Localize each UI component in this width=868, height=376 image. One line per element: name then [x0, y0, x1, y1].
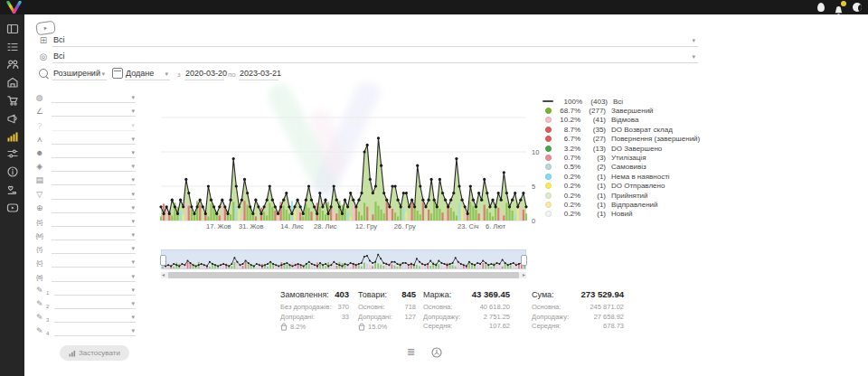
sidebar-item-promo[interactable] — [0, 109, 24, 127]
scrollbar-thumb[interactable] — [168, 272, 519, 278]
customers-icon — [6, 58, 19, 70]
filter-select-person[interactable]: ▾ — [52, 146, 136, 158]
legend-item[interactable]: 0.7%(3)Утилізація — [542, 153, 700, 162]
legend-item[interactable]: 10.2%(41)Відмова — [542, 116, 700, 125]
notifications-bell-icon[interactable] — [834, 3, 844, 13]
stat-sub-value: 127 — [404, 313, 416, 323]
filter-select-var-m[interactable]: ▾ — [52, 229, 136, 240]
filter-row-products[interactable]: Всі ▾ — [52, 49, 698, 63]
sidebar-item-loyalty[interactable] — [0, 181, 24, 199]
legend-item[interactable]: 68.7%(277)Завершений — [542, 106, 700, 115]
info-icon — [6, 165, 19, 178]
x-tick-label: 12. Гру — [355, 222, 377, 230]
stat-sub-label: Середня: — [423, 322, 452, 332]
legend-item[interactable]: 100%(403)Всі — [542, 97, 700, 106]
pencil-3-icon: ✎ — [33, 313, 46, 323]
package-view-toggle-icon[interactable] — [431, 347, 442, 358]
filter-select-package[interactable]: ▾ — [52, 160, 136, 172]
sidebar-item-analytics[interactable] — [0, 127, 24, 146]
stat-value: 273 529.94 — [580, 289, 624, 299]
sidebar-item-customers[interactable] — [0, 56, 24, 74]
stat-sub-label: Без допродажів: — [280, 303, 332, 313]
scroll-left-icon[interactable]: ◂ — [162, 271, 165, 277]
brand-logo-icon[interactable] — [6, 1, 22, 14]
legend-item[interactable]: 0.2%(1)Відправлений — [542, 200, 700, 209]
cart-icon — [6, 94, 19, 107]
sidebar-item-store[interactable] — [0, 73, 24, 91]
legend-item[interactable]: 8.7%(35)DO Возврат склад — [542, 125, 700, 134]
legend-item[interactable]: 3.2%(13)DO Завершено — [542, 144, 700, 153]
variable-v-icon: {в} — [33, 272, 46, 282]
navigator-handle-right[interactable] — [521, 255, 527, 266]
megaphone-icon — [6, 112, 19, 125]
chevron-down-icon: ▾ — [131, 176, 135, 183]
filter-select-money[interactable]: ▾ — [52, 174, 136, 185]
chevron-down-icon: ▾ — [131, 149, 135, 156]
filter-select-var-s[interactable]: ▾ — [52, 215, 136, 227]
sidebar-item-cart[interactable] — [0, 91, 24, 109]
chevron-down-icon: ▾ — [131, 108, 135, 115]
legend-count: (1) — [580, 210, 606, 218]
filter-select-hierarchy[interactable]: ▾ — [52, 133, 136, 145]
products-filter-value[interactable]: Всі — [53, 52, 65, 61]
chart-scrollbar[interactable]: ◂ ▸ — [161, 272, 526, 278]
sidebar-item-settings[interactable] — [0, 146, 24, 164]
legend-item[interactable]: 0.5%(2)Самовивіз — [542, 163, 700, 172]
filter-row-var-t: {т}▾ — [24, 240, 142, 254]
legend-percent: 68.7% — [556, 107, 580, 115]
filter-select-custom-3[interactable]: ▾ — [54, 311, 136, 323]
legend-item[interactable]: 0.2%(1)Новий — [542, 210, 700, 219]
legend-item[interactable]: 0.2%(1)DO Отправлено — [542, 182, 700, 191]
legend-percent: 10.2% — [556, 116, 580, 124]
filter-select-trend[interactable]: ▾ — [52, 105, 136, 117]
chevron-down-icon: ▾ — [131, 287, 135, 294]
filter-select-custom-4[interactable]: ▾ — [54, 324, 136, 336]
avatar[interactable] — [817, 3, 825, 12]
filter-select-globe-grid[interactable]: ▾ — [52, 202, 136, 213]
sidebar-item-info[interactable] — [0, 163, 24, 181]
filter-select-var-v[interactable]: ▾ — [52, 270, 136, 282]
money-icon: ▤ — [33, 175, 46, 185]
globe-grid-icon: ⊕ — [33, 203, 46, 213]
stat-sub-value: 245 871.02 — [590, 303, 624, 313]
navigator-handle-left[interactable] — [160, 255, 166, 266]
notification-badge — [841, 1, 846, 6]
stat-sub-label: Основна: — [532, 303, 561, 313]
filter-select-help[interactable]: ▾ — [52, 119, 136, 131]
search-mode-value: Розширений — [53, 69, 100, 78]
filter-select-var-c[interactable]: ▾ — [52, 256, 136, 268]
pencil-1-icon: ✎ — [33, 286, 46, 296]
legend-item[interactable]: 6.7%(27)Повернення (завершений) — [542, 135, 700, 144]
date-to-input[interactable]: 2023-03-21 — [239, 67, 278, 80]
chevron-down-icon: ▾ — [131, 191, 135, 198]
legend-item[interactable]: 0.2%(1)Нема в наявності — [542, 172, 700, 181]
filter-row-status[interactable]: Всі ▾ — [52, 33, 698, 47]
chevron-down-icon: ▾ — [692, 37, 695, 44]
apply-button[interactable]: Застосувати — [60, 345, 129, 361]
filter-select-custom-1[interactable]: ▾ — [54, 284, 136, 296]
status-filter-value[interactable]: Всі — [53, 35, 65, 44]
theme-toggle-icon[interactable] — [853, 3, 862, 12]
filter-select-globe[interactable]: ▾ — [52, 91, 136, 103]
chevron-down-icon: ▾ — [101, 70, 105, 78]
chevron-down-icon: ▾ — [131, 122, 135, 129]
filter-select-var-t[interactable]: ▾ — [52, 242, 136, 254]
sidebar-item-videos[interactable] — [0, 199, 24, 217]
list-view-toggle-icon[interactable]: ≣ — [407, 347, 415, 357]
sidebar-item-orders[interactable] — [0, 38, 24, 56]
date-from-input[interactable]: 2020-03-20 — [184, 67, 224, 80]
legend-item[interactable]: 0.2%(1)Прийнятий — [542, 191, 700, 200]
filter-select-custom-2[interactable]: ▾ — [54, 297, 136, 309]
dashboard-icon — [6, 23, 19, 35]
orders-by-day-chart[interactable] — [158, 87, 534, 230]
legend-swatch — [545, 164, 552, 170]
sidebar-item-dashboard[interactable] — [0, 20, 24, 38]
legend-label: Утилізація — [611, 154, 646, 162]
date-field-select[interactable]: Додане ▾ — [125, 67, 170, 80]
chart-navigator[interactable] — [161, 249, 526, 269]
search-mode-select[interactable]: Розширений ▾ — [52, 67, 107, 80]
scroll-right-icon[interactable]: ▸ — [523, 271, 525, 277]
stat-sub-label: Допродані: — [280, 313, 315, 323]
filter-select-funnel[interactable]: ▾ — [52, 188, 136, 200]
legend-label: Новий — [611, 210, 632, 218]
